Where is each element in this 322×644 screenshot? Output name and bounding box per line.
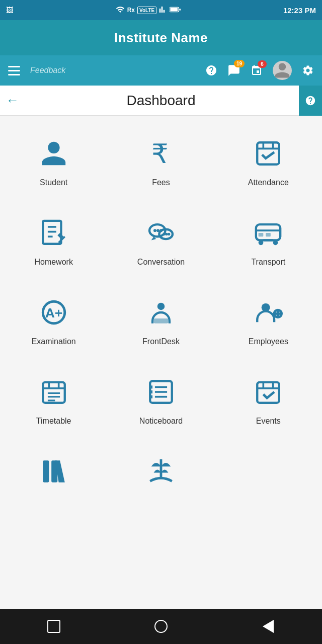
student-icon bbox=[36, 136, 71, 171]
examination-icon: A+ bbox=[36, 295, 71, 330]
fees-icon: ₹ bbox=[143, 136, 179, 171]
attendance-label: Attendance bbox=[248, 178, 289, 187]
frontdesk-icon bbox=[143, 295, 179, 330]
attendance-icon bbox=[251, 136, 286, 171]
signal-icon bbox=[159, 6, 167, 15]
institute-name: Institute Name bbox=[114, 30, 208, 46]
noticeboard-item[interactable]: Noticeboard bbox=[111, 364, 211, 434]
empty-item bbox=[218, 444, 318, 489]
conversation-icon bbox=[143, 215, 179, 251]
wifi-icon bbox=[116, 5, 125, 16]
dashboard-title: Dashboard bbox=[127, 93, 196, 109]
nav-back-button[interactable] bbox=[256, 614, 281, 639]
timetable-label: Timetable bbox=[36, 417, 71, 426]
svg-point-18 bbox=[163, 233, 165, 235]
events-item[interactable]: Events bbox=[218, 364, 318, 434]
svg-rect-1 bbox=[171, 8, 178, 11]
noticeboard-icon bbox=[143, 374, 179, 410]
svg-text:A+: A+ bbox=[45, 305, 62, 320]
events-label: Events bbox=[256, 417, 281, 426]
toolbar: Feedback 19 6 bbox=[0, 55, 322, 86]
nav-square-button[interactable] bbox=[41, 614, 66, 639]
back-button[interactable]: ← bbox=[6, 93, 19, 108]
grid-row-1: Student ₹ Fees Attendance bbox=[0, 121, 322, 200]
institute-header: Institute Name bbox=[0, 20, 322, 55]
svg-rect-2 bbox=[179, 9, 181, 11]
dashboard-header: ← Dashboard bbox=[0, 86, 322, 116]
svg-rect-50 bbox=[258, 382, 280, 403]
chat-button[interactable]: 19 bbox=[227, 64, 240, 77]
employees-label: Employees bbox=[249, 337, 288, 346]
svg-rect-24 bbox=[266, 233, 271, 236]
battery-icon bbox=[170, 6, 181, 15]
svg-rect-23 bbox=[259, 233, 264, 236]
svg-text:₹: ₹ bbox=[151, 139, 169, 168]
notification-button[interactable]: 6 bbox=[251, 64, 263, 76]
transport-item[interactable]: Transport bbox=[218, 205, 318, 275]
conversation-label: Conversation bbox=[137, 258, 185, 267]
grid-row-4: Timetable Noticeboard bbox=[0, 359, 322, 439]
svg-point-25 bbox=[259, 240, 264, 246]
hamburger-menu[interactable] bbox=[8, 66, 20, 75]
grid-row-3: A+ Examination FrontDesk bbox=[0, 280, 322, 359]
status-bar: 🖼 Rx VoLTE 12:23 PM bbox=[0, 0, 322, 20]
noticeboard-label: Noticeboard bbox=[139, 417, 183, 426]
transport-icon bbox=[251, 215, 286, 251]
transport-label: Transport bbox=[251, 258, 285, 267]
conversation-item[interactable]: Conversation bbox=[111, 205, 211, 275]
time-display: 12:23 PM bbox=[283, 6, 316, 15]
dashboard-help-button[interactable] bbox=[299, 86, 322, 116]
rx-icon: Rx bbox=[127, 7, 135, 14]
volte-icon: VoLTE bbox=[137, 7, 156, 14]
feedback-label[interactable]: Feedback bbox=[30, 66, 65, 75]
library-item[interactable] bbox=[4, 444, 104, 489]
fees-label: Fees bbox=[152, 178, 170, 187]
attendance-item[interactable]: Attendance bbox=[218, 126, 318, 195]
svg-rect-31 bbox=[153, 318, 168, 324]
events-icon bbox=[251, 374, 286, 410]
timetable-item[interactable]: Timetable bbox=[4, 364, 104, 434]
homework-label: Homework bbox=[34, 258, 72, 267]
svg-point-19 bbox=[165, 233, 168, 235]
chat-badge: 19 bbox=[234, 60, 245, 67]
dashboard-grid: Student ₹ Fees Attendance Homework bbox=[0, 116, 322, 609]
bottom-navigation bbox=[0, 609, 322, 644]
homework-icon bbox=[36, 215, 71, 251]
svg-rect-54 bbox=[43, 460, 49, 482]
employees-item[interactable]: Employees bbox=[218, 285, 318, 354]
holiday-icon bbox=[143, 456, 179, 487]
svg-point-30 bbox=[157, 303, 165, 310]
fees-item[interactable]: ₹ Fees bbox=[111, 126, 211, 195]
grid-row-2: Homework Conversation bbox=[0, 200, 322, 280]
svg-rect-21 bbox=[256, 224, 280, 240]
notif-badge: 6 bbox=[258, 60, 267, 68]
user-avatar[interactable] bbox=[273, 61, 292, 80]
svg-point-26 bbox=[273, 240, 278, 246]
settings-button[interactable] bbox=[302, 64, 314, 76]
holiday-item[interactable] bbox=[111, 444, 211, 489]
help-button[interactable] bbox=[205, 64, 217, 76]
frontdesk-label: FrontDesk bbox=[142, 337, 180, 346]
examination-item[interactable]: A+ Examination bbox=[4, 285, 104, 354]
svg-point-20 bbox=[168, 233, 170, 235]
grid-row-5 bbox=[0, 439, 322, 489]
homework-item[interactable]: Homework bbox=[4, 205, 104, 275]
nav-circle-button[interactable] bbox=[148, 614, 174, 639]
timetable-icon bbox=[36, 374, 71, 410]
svg-rect-4 bbox=[258, 142, 280, 165]
student-item[interactable]: Student bbox=[4, 126, 104, 195]
frontdesk-item[interactable]: FrontDesk bbox=[111, 285, 211, 354]
examination-label: Examination bbox=[32, 337, 76, 346]
employees-icon bbox=[251, 295, 286, 330]
photo-icon: 🖼 bbox=[6, 6, 13, 14]
library-icon bbox=[36, 456, 71, 487]
svg-point-14 bbox=[153, 229, 156, 232]
student-label: Student bbox=[40, 178, 67, 187]
